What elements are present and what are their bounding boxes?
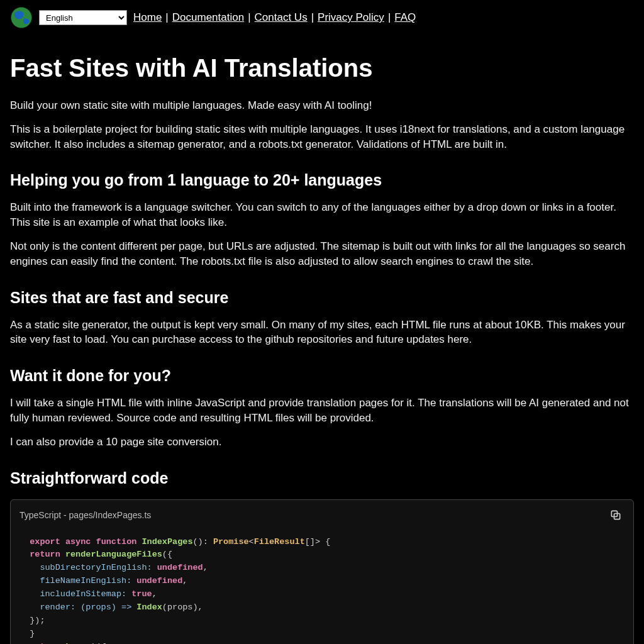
code-token: async <box>65 537 91 547</box>
body-paragraph: As a static site generator, the output i… <box>10 318 634 348</box>
code-token: subDirectoryInEnglish: <box>19 563 157 572</box>
code-token: includeInSitemap: <box>19 589 131 599</box>
code-token: undefined <box>136 576 182 586</box>
code-token: FileResult <box>254 537 305 547</box>
intro-paragraph: Build your own static site with multiple… <box>10 98 634 113</box>
code-token: undefined <box>157 563 203 572</box>
code-token: } <box>30 629 35 638</box>
code-token: export <box>30 537 60 547</box>
code-token: function <box>96 537 137 547</box>
code-token: fileNameInEnglish: <box>19 576 136 586</box>
code-token: true <box>131 589 152 599</box>
code-token: Index <box>136 602 162 612</box>
code-header: TypeScript - pages/IndexPages.ts <box>11 500 633 532</box>
section-heading: Helping you go from 1 language to 20+ la… <box>10 169 634 191</box>
copy-icon <box>609 509 622 523</box>
code-token: Promise <box>213 537 249 547</box>
page-title: Fast Sites with AI Translations <box>10 50 634 86</box>
section-heading: Sites that are fast and secure <box>10 287 634 309</box>
nav-separator: | <box>248 10 250 25</box>
nav-separator: | <box>165 10 168 25</box>
code-token: }); <box>30 616 45 625</box>
globe-icon <box>10 6 33 29</box>
code-token: IndexPages <box>142 537 192 547</box>
body-paragraph: This is a boilerplate project for buildi… <box>10 122 634 152</box>
language-select[interactable]: English <box>39 10 127 25</box>
code-filename: TypeScript - pages/IndexPages.ts <box>19 509 151 522</box>
nav-separator: | <box>388 10 391 25</box>
code-block: TypeScript - pages/IndexPages.ts export … <box>10 499 634 644</box>
code-token: (props), <box>162 602 203 612</box>
nav-contact[interactable]: Contact Us <box>255 10 308 25</box>
code-token: return <box>30 550 60 559</box>
nav-home[interactable]: Home <box>133 10 162 25</box>
copy-button[interactable] <box>607 506 625 526</box>
code-token: render: (props) => <box>19 602 136 612</box>
section-heading: Straightforward code <box>10 467 634 489</box>
body-paragraph: Not only is the content different per pa… <box>10 239 634 269</box>
section-heading: Want it done for you? <box>10 365 634 387</box>
code-content: export async function IndexPages(): Prom… <box>11 532 633 644</box>
code-token: , <box>182 576 187 586</box>
body-paragraph: I can also provide a 10 page site conver… <box>10 435 634 450</box>
nav-links: Home | Documentation | Contact Us | Priv… <box>133 10 416 25</box>
code-token: , <box>152 589 157 599</box>
nav-privacy[interactable]: Privacy Policy <box>318 10 384 25</box>
code-token: renderLanguageFiles <box>65 550 162 559</box>
code-token: ({ <box>162 550 172 559</box>
nav-separator: | <box>311 10 314 25</box>
code-token: []> { <box>305 537 331 547</box>
nav-documentation[interactable]: Documentation <box>172 10 244 25</box>
main-content: Fast Sites with AI Translations Build yo… <box>0 50 644 644</box>
code-token: (): <box>192 537 213 547</box>
nav-faq[interactable]: FAQ <box>394 10 416 25</box>
top-nav: English Home | Documentation | Contact U… <box>0 0 644 35</box>
code-token: , <box>203 563 208 572</box>
body-paragraph: I will take a single HTML file with inli… <box>10 396 634 426</box>
code-token: < <box>249 537 254 547</box>
body-paragraph: Built into the framework is a language s… <box>10 200 634 230</box>
